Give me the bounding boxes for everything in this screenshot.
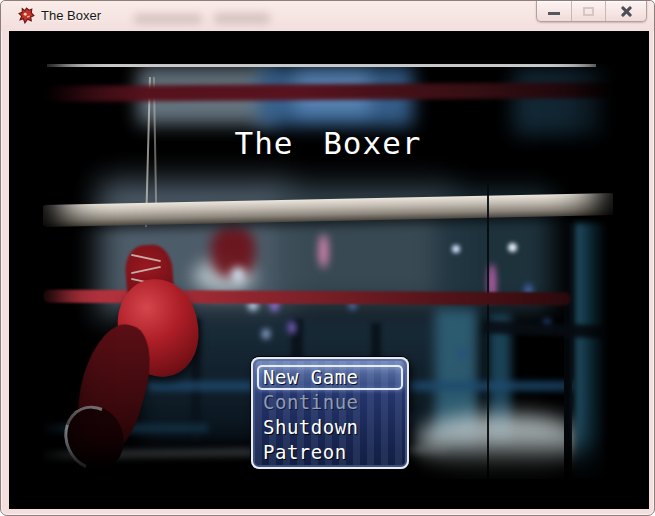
corner-post	[564, 223, 572, 479]
maximize-button[interactable]	[571, 1, 605, 21]
bokeh-light	[262, 329, 270, 339]
menu-item-continue[interactable]: Continue	[257, 390, 403, 415]
game-client-area: The Boxer New Game Continue Shutdown Pat…	[9, 31, 649, 509]
bokeh-light	[459, 349, 465, 358]
game-title: The Boxer	[43, 125, 613, 161]
bokeh-light	[508, 243, 517, 252]
bokeh-light	[231, 267, 245, 283]
window-title: The Boxer	[41, 8, 101, 23]
game-scene: The Boxer New Game Continue Shutdown Pat…	[43, 31, 613, 479]
corner-post-lit	[575, 223, 605, 479]
close-button[interactable]	[605, 1, 646, 21]
title-divider-line	[47, 64, 596, 67]
minimize-button[interactable]	[537, 1, 571, 21]
app-icon	[18, 7, 35, 24]
window-controls	[536, 1, 647, 22]
top-letterbox	[43, 31, 613, 64]
minimize-icon	[548, 12, 560, 15]
bokeh-light	[288, 321, 296, 334]
close-icon	[620, 6, 633, 17]
bokeh-light	[452, 245, 460, 253]
titlebar-ghost-artifact	[134, 14, 202, 24]
bokeh-light	[319, 234, 328, 268]
floor-highlight	[417, 415, 585, 479]
maximize-icon	[583, 7, 594, 16]
titlebar-ghost-artifact	[214, 13, 270, 24]
menu-item-shutdown[interactable]: Shutdown	[257, 415, 403, 440]
main-menu-window: New Game Continue Shutdown Patreon	[251, 357, 409, 469]
app-window: The Boxer	[0, 0, 655, 516]
menu-item-new-game[interactable]: New Game	[257, 365, 403, 390]
titlebar[interactable]: The Boxer	[1, 1, 654, 31]
menu-item-patreon[interactable]: Patreon	[257, 440, 403, 465]
